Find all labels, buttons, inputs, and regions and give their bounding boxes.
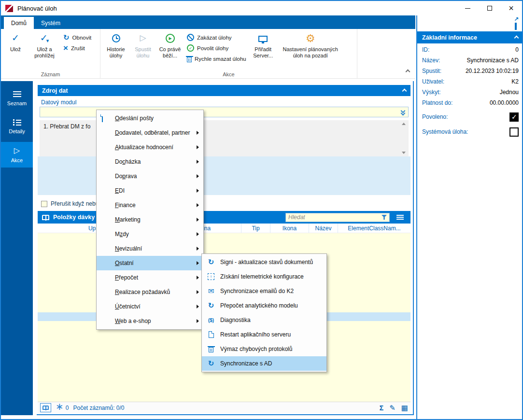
sidebar-item-detaily[interactable]: Detaily [1,114,33,140]
save-and-view-button[interactable]: Ulož a prohlížej [28,30,60,60]
sidebar-item-seznam[interactable]: Seznam [1,86,33,112]
refresh-icon [63,33,70,42]
search-input[interactable] [288,214,380,221]
menu-item-label: Synchronizace s AD [220,360,272,367]
collapse-info-button[interactable] [515,34,518,41]
submenu-item-telemetrie[interactable]: Získání telemetrické konfigurace [202,269,326,284]
menu-item-aktualizace-hodnoceni[interactable]: Aktualizace hodnocení [97,140,203,154]
data-source-title: Zdroj dat [42,87,68,94]
task-history-label: Historie úlohy [103,46,129,59]
delete-icon [187,57,192,62]
assign-server-button[interactable]: Přiřadit Server... [249,30,277,60]
submenu-ostatni: Signi - aktualizace stavů dokumentů Získ… [201,253,327,372]
quick-delete-button[interactable]: Rychle smazat úlohu [187,54,246,63]
field-label: Spustit: [422,68,441,74]
field-label: Uživatel: [422,78,444,85]
context-menu: Odeslání pošty Dodavatel, odběratel, par… [96,110,204,330]
tab-system[interactable]: Systém [34,17,68,29]
column-header[interactable]: ElementClassNam... [338,224,410,233]
grid-menu-button[interactable] [394,211,406,224]
task-history-button[interactable]: Historie úlohy [102,30,130,60]
external-icon [515,20,517,30]
info-panel-title: Základní informace [422,34,477,41]
menu-item-realizace[interactable]: Realizace požadavků [97,285,203,299]
sidebar-item-akce[interactable]: Akce [1,142,33,168]
enabled-checkbox[interactable] [509,112,519,122]
submenu-arrow-icon [197,276,199,280]
column-header[interactable]: Název [309,224,338,233]
sum-icon[interactable] [380,404,383,412]
menu-item-dochazka[interactable]: Docházka [97,154,203,169]
submenu-item-sync-emailu[interactable]: Synchronizace emailů do K2 [202,284,326,298]
cancel-button[interactable]: Zrušit [63,43,91,53]
menu-item-finance[interactable]: Finance [97,198,203,212]
menu-item-edi[interactable]: EDI [97,183,203,198]
mail-icon [208,287,214,295]
title-bar: Plánovač úloh [1,1,522,15]
maximize-button[interactable] [479,1,500,15]
menu-item-label: Ostatní [115,260,134,266]
menu-item-nevizualni[interactable]: Nevizuální [97,241,203,256]
submenu-item-vymaz-protokolu[interactable]: Výmaz chybových protokolů [202,342,326,356]
submenu-arrow-icon [197,203,199,207]
counter-value: 0 [66,405,69,411]
column-header[interactable]: Tip [241,224,270,233]
tab-home[interactable]: Domů [4,17,34,29]
ribbon-collapse-button[interactable] [406,67,410,75]
edit-icon[interactable] [389,404,396,412]
background-settings-button[interactable]: Nastavení plánovaných úloh na pozadí [277,30,344,60]
interrupt-checkbox[interactable] [41,201,47,207]
menu-item-doprava[interactable]: Doprava [97,169,203,183]
refresh-label: Obnovit [72,35,92,41]
quick-delete-label: Rychle smazat úlohu [195,56,246,62]
running-icon [166,34,175,43]
minimize-button[interactable] [457,1,479,15]
running-now-button[interactable]: Co právě běží... [156,30,184,60]
counter: 0 [56,404,69,411]
list-item[interactable]: 1. Přebrat DM z fo [43,123,90,130]
column-header[interactable]: Ikona [270,224,309,233]
submenu-item-diagnostika[interactable]: Diagnostika [202,313,326,327]
menu-item-label: Finance [115,202,136,209]
disable-tasks-button[interactable]: Zakázat úlohy [187,33,246,42]
record-count-label: Počet záznamů: 0/0 [73,405,124,411]
grid-icon[interactable] [401,404,408,412]
filter-icon[interactable] [382,215,387,220]
history-icon [112,34,120,42]
dropdown-icon[interactable] [400,109,406,115]
menu-item-marketing[interactable]: Marketing [97,212,203,227]
window-title: Plánovač úloh [17,5,57,12]
open-in-window-button[interactable] [515,21,517,29]
menu-item-web-eshop[interactable]: Web a e-shop [97,314,203,328]
menu-item-odeslani-posty[interactable]: Odeslání pošty [97,111,203,126]
save-button[interactable]: Ulož [2,30,28,54]
field-label: ID: [422,46,429,53]
scroll-up-icon[interactable] [402,123,406,125]
tab-home-label: Domů [11,20,27,27]
menu-item-prepocet[interactable]: Přepočet [97,270,203,285]
menu-item-label: Získání telemetrické konfigurace [220,273,304,280]
close-button[interactable] [500,1,522,15]
menu-item-mzdy[interactable]: Mzdy [97,227,203,241]
scroll-down-icon[interactable] [402,152,406,154]
collapse-data-source-button[interactable] [403,87,406,94]
refresh-icon [208,301,214,310]
submenu-item-sync-ad[interactable]: Synchronizace s AD [202,356,326,371]
menu-item-dodavatel[interactable]: Dodavatel, odběratel, partner [97,126,203,140]
submenu-arrow-icon [197,131,199,135]
menu-item-ostatni[interactable]: Ostatní [97,256,203,270]
submenu-item-prepocet-modelu[interactable]: Přepočet analytického modelu [202,298,326,313]
submenu-item-restart-serveru[interactable]: Restart aplikačního serveru [202,327,326,342]
field-label: Platnost do: [422,99,452,106]
run-task-button[interactable]: Spustit úlohu [130,30,156,60]
refresh-button[interactable]: Obnovit [63,33,91,42]
book-view-button[interactable] [40,403,51,412]
ribbon-tabstrip: Domů Systém [1,15,415,29]
menu-item-ucetnictvi[interactable]: Účetnictví [97,299,203,314]
book-icon [42,406,49,410]
interrupt-checkbox-row: Přerušit když nebu [41,200,99,207]
system-task-checkbox[interactable] [509,127,519,137]
enable-tasks-button[interactable]: Povolit úlohy [187,43,246,53]
actions-small-buttons: Zakázat úlohy Povolit úlohy Rychle smaza… [184,30,249,66]
submenu-item-signi[interactable]: Signi - aktualizace stavů dokumentů [202,255,326,269]
